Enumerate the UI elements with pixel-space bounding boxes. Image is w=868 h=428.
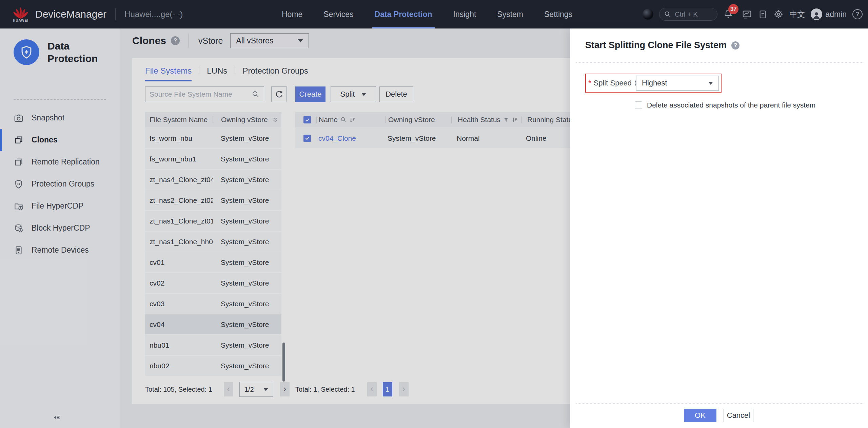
- sidebar-item-remote-replication[interactable]: Remote Replication: [0, 151, 120, 173]
- clone-vstore: System_vStore: [385, 134, 451, 142]
- nav-item-services[interactable]: Services: [313, 0, 364, 28]
- sidebar-item-file-hypercdp[interactable]: File HyperCDP: [0, 195, 120, 217]
- column-file-system-name[interactable]: File System Name: [145, 116, 213, 124]
- top-navbar: HUAWEI DeviceManager Huawei....ge(- -) H…: [0, 0, 868, 28]
- search-icon[interactable]: [252, 90, 260, 98]
- source-next-page-button[interactable]: ›: [280, 382, 290, 396]
- help-button[interactable]: ?: [852, 9, 863, 19]
- table-row[interactable]: cv01System_vStore: [145, 252, 281, 272]
- table-row[interactable]: nbu02System_vStore: [145, 356, 281, 376]
- clones-card: File Systems LUNs Protection Groups: [132, 58, 586, 404]
- table-row[interactable]: nbu01System_vStore: [145, 335, 281, 355]
- block-hypercdp-icon: [14, 223, 24, 233]
- source-search-box: [145, 86, 264, 102]
- sidebar-item-protection-groups[interactable]: Protection Groups: [0, 173, 120, 195]
- person-icon: [811, 10, 822, 20]
- column-owning-vstore[interactable]: Owning vStore: [213, 116, 268, 124]
- vstore-select[interactable]: All vStores: [230, 33, 309, 48]
- source-table-scrollbar[interactable]: [282, 343, 285, 382]
- select-all-checkbox[interactable]: [303, 116, 311, 123]
- drawer-help-icon[interactable]: ?: [731, 41, 739, 50]
- sidebar-title: Data Protection: [47, 40, 98, 65]
- table-row[interactable]: zt_nas4_Clone_zt04System_vStore: [145, 170, 281, 190]
- source-page-value: 1/2: [244, 386, 254, 393]
- clone-prev-page-button[interactable]: ‹: [367, 382, 377, 396]
- chevron-down-icon: [298, 39, 303, 42]
- sidebar-item-snapshot[interactable]: Snapshot: [0, 107, 120, 129]
- performance-monitor-icon[interactable]: [742, 9, 752, 19]
- nav-item-settings[interactable]: Settings: [534, 0, 583, 28]
- global-search[interactable]: Ctrl + K: [659, 8, 717, 21]
- tab-protection-groups[interactable]: Protection Groups: [242, 66, 308, 80]
- refresh-icon: [275, 90, 284, 99]
- clone-table-row[interactable]: cv04_Clone System_vStore Normal Online: [295, 128, 586, 148]
- cancel-button[interactable]: Cancel: [724, 409, 753, 422]
- settings-gear-icon[interactable]: [773, 9, 784, 19]
- task-log-icon[interactable]: [758, 9, 768, 19]
- table-row[interactable]: zt_nas2_Clone_zt02System_vStore: [145, 190, 281, 210]
- source-page-select[interactable]: 1/2: [239, 382, 273, 397]
- language-switch[interactable]: 中文: [789, 9, 805, 20]
- nav-item-insight[interactable]: Insight: [443, 0, 487, 28]
- page-help-icon[interactable]: ?: [171, 36, 180, 45]
- ok-button[interactable]: OK: [684, 409, 716, 422]
- filter-icon[interactable]: [503, 117, 509, 123]
- tab-file-systems[interactable]: File Systems: [145, 66, 192, 81]
- clone-next-page-button[interactable]: ›: [399, 382, 409, 396]
- split-speed-select[interactable]: Highest: [636, 76, 719, 91]
- sort-icon[interactable]: [349, 117, 356, 123]
- drawer-top-divider: [576, 62, 863, 63]
- split-speed-field-highlight: * Split Speed ? Highest: [585, 74, 722, 93]
- source-search-input[interactable]: [150, 90, 252, 98]
- nav-item-data-protection[interactable]: Data Protection: [364, 0, 443, 28]
- nav-item-system[interactable]: System: [487, 0, 534, 28]
- clones-icon: [14, 135, 24, 145]
- delete-snapshots-option: Delete associated snapshots of the paren…: [635, 101, 815, 109]
- delete-snapshots-checkbox[interactable]: [635, 101, 642, 109]
- split-speed-label: Split Speed: [594, 79, 632, 87]
- nav-item-home[interactable]: Home: [271, 0, 313, 28]
- table-row[interactable]: cv03System_vStore: [145, 294, 281, 314]
- sort-icon[interactable]: [512, 117, 518, 123]
- column-owning-vstore[interactable]: Owning vStore: [386, 116, 451, 124]
- chevron-down-icon: [361, 93, 366, 96]
- split-button[interactable]: Split: [331, 86, 376, 102]
- split-button-label: Split: [340, 90, 355, 99]
- notifications-button[interactable]: 37: [723, 8, 733, 20]
- column-name[interactable]: Name: [317, 116, 385, 124]
- column-settings-chevrons-icon[interactable]: [272, 117, 278, 123]
- device-status-icon[interactable]: [643, 9, 653, 20]
- create-button[interactable]: Create: [295, 86, 326, 102]
- split-clone-drawer: Start Splitting Clone File System ? * Sp…: [570, 28, 868, 428]
- sidebar-collapse-button[interactable]: [53, 413, 61, 423]
- clone-page-1-button[interactable]: 1: [383, 382, 392, 396]
- username[interactable]: admin: [825, 10, 847, 19]
- table-row-selected[interactable]: cv04System_vStore: [145, 314, 281, 334]
- refresh-button[interactable]: [271, 86, 287, 102]
- row-checkbox[interactable]: [303, 135, 311, 142]
- object-type-tabs: File Systems LUNs Protection Groups: [145, 66, 308, 81]
- sidebar-item-block-hypercdp[interactable]: Block HyperCDP: [0, 217, 120, 239]
- sidebar-item-label: Clones: [32, 135, 58, 144]
- delete-button[interactable]: Delete: [379, 86, 413, 102]
- source-prev-page-button[interactable]: ‹: [224, 382, 233, 396]
- clone-table: Name Owning vStore Health Status Runn: [295, 112, 586, 148]
- table-row[interactable]: zt_nas1_Clone_hh0...System_vStore: [145, 232, 281, 252]
- clone-pagination: Total: 1, Selected: 1 ‹ 1 ›: [295, 382, 409, 397]
- user-avatar[interactable]: [811, 8, 822, 20]
- table-row[interactable]: cv02System_vStore: [145, 273, 281, 293]
- chevron-down-icon: [708, 82, 713, 85]
- sidebar-item-remote-devices[interactable]: Remote Devices: [0, 239, 120, 261]
- table-row[interactable]: zt_nas1_Clone_zt01System_vStore: [145, 211, 281, 231]
- sidebar-divider: [14, 99, 106, 100]
- clone-name-link[interactable]: cv04_Clone: [318, 134, 356, 142]
- sidebar-item-label: Remote Replication: [32, 157, 100, 167]
- table-row[interactable]: fs_worm_nbuSystem_vStore: [145, 128, 281, 148]
- column-health-status[interactable]: Health Status: [452, 116, 521, 124]
- tab-luns[interactable]: LUNs: [207, 66, 227, 80]
- table-row[interactable]: fs_worm_nbu1System_vStore: [145, 149, 281, 169]
- column-search-icon[interactable]: [340, 117, 347, 123]
- sidebar-item-clones[interactable]: Clones: [0, 129, 120, 151]
- device-name[interactable]: Huawei....ge(- -): [124, 9, 183, 19]
- data-protection-shield-icon: [14, 39, 39, 65]
